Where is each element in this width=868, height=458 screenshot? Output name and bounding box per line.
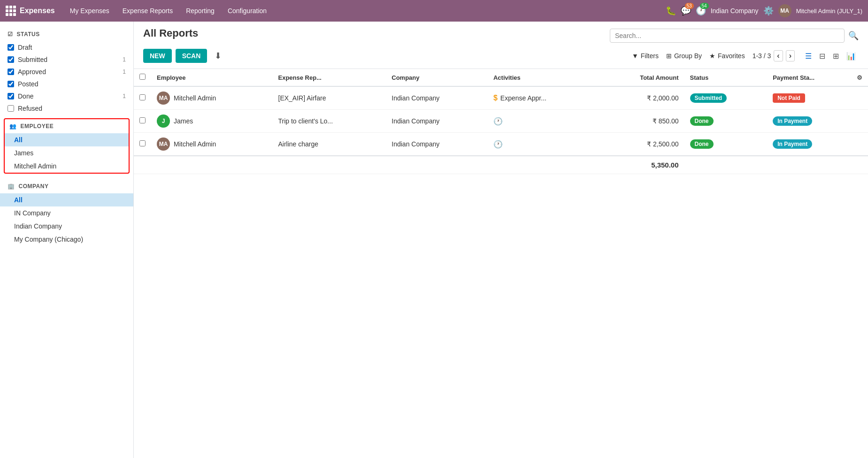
pagination-text: 1-3 / 3: [753, 52, 771, 60]
search-icon[interactable]: 🔍: [848, 31, 859, 41]
groupby-button[interactable]: ⊞ Group By: [666, 52, 702, 60]
main-container: ☑ STATUS Draft Submitted 1 Approved 1 Po…: [0, 22, 868, 458]
table-row[interactable]: MA Mitchell Admin [EX_AIR] Airfare India…: [134, 86, 868, 110]
company-indian-company-label: Indian Company: [14, 222, 62, 230]
view-toggles: ☰ ⊟ ⊞ 📊: [802, 50, 859, 62]
submitted-label: Submitted: [18, 56, 119, 63]
star-icon: ★: [709, 52, 715, 60]
col-employee[interactable]: Employee: [151, 69, 273, 86]
done-checkbox[interactable]: [8, 93, 14, 99]
status-submitted[interactable]: Submitted 1: [0, 53, 133, 66]
status-badge: Submitted: [690, 93, 727, 103]
dollar-activity-icon[interactable]: $: [493, 94, 498, 102]
col-status[interactable]: Status: [684, 69, 768, 86]
table-row[interactable]: J James Trip to client's Lo... Indian Co…: [134, 110, 868, 133]
status-done[interactable]: Done 1: [0, 90, 133, 102]
topnav-right: 🐛 💬 53 🕐 54 Indian Company ⚙️ MA Mitchel…: [666, 4, 862, 17]
posted-checkbox[interactable]: [8, 81, 14, 87]
list-view-button[interactable]: ☰: [802, 50, 814, 62]
status-approved[interactable]: Approved 1: [0, 66, 133, 78]
clock-activity-icon[interactable]: 🕐: [493, 140, 503, 149]
menu-my-expenses[interactable]: My Expenses: [64, 4, 115, 17]
row-checkbox-cell[interactable]: [134, 133, 151, 156]
col-activities[interactable]: Activities: [488, 69, 599, 86]
status-section-header: ☑ STATUS: [0, 27, 133, 41]
menu-expense-reports[interactable]: Expense Reports: [117, 4, 178, 17]
kanban-view-button[interactable]: ⊟: [816, 50, 828, 62]
status-posted[interactable]: Posted: [0, 78, 133, 90]
employee-all[interactable]: All: [5, 133, 129, 146]
row-expense-rep-cell: [EX_AIR] Airfare: [273, 86, 386, 110]
prev-page-button[interactable]: ‹: [774, 50, 783, 61]
menu-reporting[interactable]: Reporting: [180, 4, 220, 17]
employee-mitchell-admin[interactable]: Mitchell Admin: [5, 160, 129, 173]
row-2-checkbox[interactable]: [139, 117, 146, 123]
new-button[interactable]: NEW: [143, 49, 172, 63]
status-refused[interactable]: Refused: [0, 102, 133, 114]
col-total-amount[interactable]: Total Amount: [599, 69, 684, 86]
company-name: Indian Company: [711, 7, 759, 15]
row-employee-cell: MA Mitchell Admin: [151, 86, 273, 110]
activities-icon-btn[interactable]: 🕐 54: [696, 6, 706, 16]
row-checkbox-cell[interactable]: [134, 110, 151, 133]
row-employee-cell: MA Mitchell Admin: [151, 133, 273, 156]
app-logo[interactable]: Expenses: [6, 6, 55, 16]
download-button[interactable]: ⬇: [211, 49, 225, 63]
favorites-button[interactable]: ★ Favorites: [709, 52, 745, 60]
table-row[interactable]: MA Mitchell Admin Airline charge Indian …: [134, 133, 868, 156]
messages-icon-btn[interactable]: 💬 53: [681, 6, 691, 16]
search-input[interactable]: [615, 32, 839, 39]
activity-text: Expense Appr...: [500, 94, 546, 102]
messages-badge: 53: [685, 3, 694, 9]
settings-icon[interactable]: ⚙: [857, 74, 862, 81]
status-label: STATUS: [17, 31, 40, 38]
row-payment-cell: In Payment: [767, 133, 868, 156]
row-company-cell: Indian Company: [386, 110, 488, 133]
status-badge: Done: [690, 116, 714, 126]
employee-james[interactable]: James: [5, 146, 129, 160]
col-expense-rep[interactable]: Expense Rep...: [273, 69, 386, 86]
tools-icon[interactable]: ⚙️: [763, 6, 774, 16]
table-container: Employee Expense Rep... Company Activiti…: [134, 69, 868, 458]
select-all-header[interactable]: [134, 69, 151, 86]
scan-button[interactable]: SCAN: [176, 49, 207, 63]
row-3-checkbox[interactable]: [139, 140, 146, 146]
row-employee-cell: J James: [151, 110, 273, 133]
payment-badge: Not Paid: [773, 93, 805, 103]
company-in-company[interactable]: IN Company: [0, 206, 133, 220]
row-activity-cell: $ Expense Appr...: [488, 86, 599, 110]
toolbar: NEW SCAN ⬇ ▼ Filters ⊞ Group By ★ Favori…: [143, 49, 859, 69]
total-amount: 5,350.00: [599, 156, 684, 174]
clock-activity-icon[interactable]: 🕐: [493, 117, 503, 126]
select-all-checkbox[interactable]: [139, 74, 146, 80]
company-indian-company[interactable]: Indian Company: [0, 220, 133, 233]
approved-checkbox[interactable]: [8, 69, 14, 75]
row-activity-cell: 🕐: [488, 133, 599, 156]
row-status-cell: Submitted: [684, 86, 768, 110]
menu-configuration[interactable]: Configuration: [222, 4, 272, 17]
row-1-checkbox[interactable]: [139, 94, 146, 100]
chart-view-button[interactable]: 📊: [844, 50, 859, 62]
draft-checkbox[interactable]: [8, 44, 14, 51]
employee-avatar: J: [157, 114, 170, 128]
filters-button[interactable]: ▼ Filters: [632, 52, 659, 60]
row-checkbox-cell[interactable]: [134, 86, 151, 110]
submitted-checkbox[interactable]: [8, 56, 14, 63]
pagination: 1-3 / 3 ‹ ›: [753, 50, 795, 61]
layers-icon: ⊞: [666, 52, 672, 60]
company-my-company-chicago[interactable]: My Company (Chicago): [0, 233, 133, 246]
next-page-button[interactable]: ›: [786, 50, 795, 61]
grid-view-button[interactable]: ⊞: [830, 50, 842, 62]
col-payment-status[interactable]: Payment Sta... ⚙: [767, 69, 868, 86]
row-payment-cell: Not Paid: [767, 86, 868, 110]
filter-icon: ▼: [632, 52, 638, 60]
submitted-count: 1: [123, 56, 126, 63]
debug-icon-btn[interactable]: 🐛: [666, 6, 676, 16]
status-draft[interactable]: Draft: [0, 41, 133, 53]
company-all[interactable]: All: [0, 193, 133, 206]
col-company[interactable]: Company: [386, 69, 488, 86]
employee-section-header: 👥 EMPLOYEE: [5, 119, 129, 133]
refused-checkbox[interactable]: [8, 105, 14, 112]
bug-icon: 🐛: [666, 6, 676, 16]
user-avatar[interactable]: MA: [778, 4, 791, 17]
